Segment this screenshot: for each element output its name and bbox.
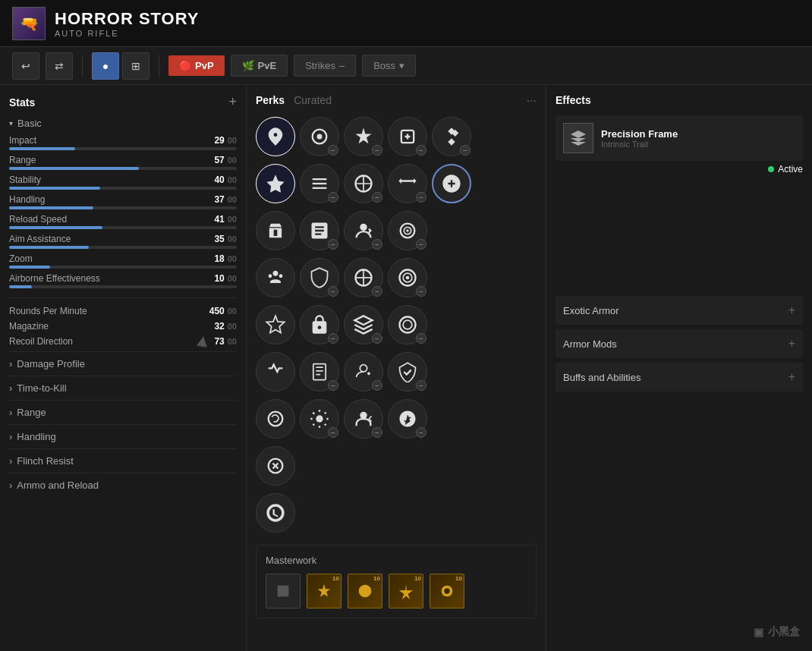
strikes-button[interactable]: Strikes –: [294, 55, 356, 77]
perk-icon-2-5[interactable]: [432, 164, 471, 203]
stat-label-zoom: Zoom: [9, 253, 33, 264]
perk-icon-4-1[interactable]: [256, 258, 295, 297]
active-badge: Active: [768, 164, 803, 175]
masterwork-icons: 10 10 10 10: [266, 574, 527, 609]
stat-bar-fill-aim: [9, 246, 89, 249]
stat-value-airborne: 10 00: [214, 273, 237, 284]
perk-icon-3-4[interactable]: −: [388, 211, 427, 250]
flinch-resist-section[interactable]: › Flinch Resist: [9, 448, 237, 473]
perk-icon-3-1[interactable]: [256, 211, 295, 250]
perk-icon-7-4[interactable]: −: [388, 399, 427, 439]
perk-icon-5-3[interactable]: −: [344, 305, 383, 344]
share-button[interactable]: ⇄: [46, 52, 73, 80]
stat-label-impact: Impact: [9, 135, 36, 146]
perk-icon-1-1[interactable]: [256, 117, 295, 156]
stat-row-zoom: Zoom 18 00: [9, 253, 237, 269]
perk-icon-8-1[interactable]: [256, 446, 295, 486]
mw-icon-4[interactable]: 10: [389, 574, 423, 609]
mw-icon-5[interactable]: 10: [430, 574, 464, 609]
perk-row-2: − − −: [256, 164, 537, 203]
ammo-reload-section[interactable]: › Ammo and Reload: [9, 473, 237, 497]
view-single-button[interactable]: ●: [92, 52, 119, 80]
handling-section[interactable]: › Handling: [9, 424, 237, 448]
perks-header: Perks Curated ···: [256, 94, 537, 108]
perk-icon-5-4[interactable]: −: [388, 305, 427, 344]
view-grid-button[interactable]: ⊞: [122, 52, 149, 80]
stat-label-handling: Handling: [9, 194, 45, 205]
perk-icon-3-2[interactable]: −: [300, 211, 339, 250]
perk-minus-7-4: −: [416, 427, 426, 438]
perk-minus-6-4: −: [416, 380, 426, 391]
effects-panel: Effects Precision Frame Intrinsic Trait …: [546, 85, 812, 651]
perk-icon-1-3[interactable]: −: [344, 117, 383, 156]
perk-icon-6-1[interactable]: [256, 352, 295, 392]
svg-rect-25: [278, 586, 289, 597]
mw-badge-3: 10: [373, 575, 380, 582]
damage-profile-section[interactable]: › Damage Profile: [9, 351, 237, 376]
stat-label-recoil: Recoil Direction: [9, 336, 73, 347]
main-effect-info: Precision Frame Intrinsic Trait: [601, 128, 795, 149]
perk-icon-4-4[interactable]: −: [388, 258, 427, 297]
perk-icon-6-2[interactable]: −: [300, 352, 339, 392]
toolbar-divider: [82, 55, 83, 77]
perk-icon-9-1[interactable]: [256, 493, 295, 533]
perk-icon-5-1[interactable]: [256, 305, 295, 344]
perk-icon-1-4[interactable]: −: [388, 117, 427, 156]
undo-button[interactable]: ↩: [12, 52, 39, 80]
buffs-abilities-section[interactable]: Buffs and Abilities +: [555, 363, 803, 392]
perk-minus-2-4: −: [416, 192, 426, 203]
exotic-armor-section[interactable]: Exotic Armor +: [555, 296, 803, 325]
perk-icon-1-2[interactable]: −: [300, 117, 339, 156]
boss-button[interactable]: Boss ▾: [362, 55, 416, 77]
perk-icon-6-3[interactable]: −: [344, 352, 383, 392]
stats-add-button[interactable]: +: [228, 94, 237, 110]
perk-row-3: − − −: [256, 211, 537, 250]
damage-profile-label: Damage Profile: [17, 358, 85, 370]
stat-bar-bg-aim: [9, 246, 237, 249]
mw-icon-3[interactable]: 10: [348, 574, 382, 609]
stat-value-rpm: 450 00: [209, 306, 237, 316]
pvp-button[interactable]: 🔴 PvP: [168, 55, 225, 76]
perk-icon-4-3[interactable]: −: [344, 258, 383, 297]
perk-minus-2-2: −: [328, 192, 338, 203]
perk-icon-5-2[interactable]: −: [300, 305, 339, 344]
svg-point-21: [269, 412, 283, 426]
toolbar: ↩ ⇄ ● ⊞ 🔴 PvP 🌿 PvE Strikes – Boss ▾: [0, 47, 812, 85]
stat-bar-fill-zoom: [9, 266, 50, 269]
perk-icon-2-4[interactable]: −: [388, 164, 427, 203]
armor-mods-section[interactable]: Armor Mods +: [555, 329, 803, 358]
perk-icon-7-3[interactable]: −: [344, 399, 383, 439]
pve-button[interactable]: 🌿 PvE: [231, 55, 288, 77]
tab-curated[interactable]: Curated: [294, 94, 332, 108]
stat-bar-fill-stability: [9, 187, 100, 190]
tab-perks[interactable]: Perks: [256, 94, 285, 108]
svg-rect-3: [313, 178, 327, 180]
stat-bar-fill-impact: [9, 147, 75, 150]
handling-label: Handling: [17, 431, 55, 442]
stat-row-aim: Aim Assistance 35 00: [9, 234, 237, 249]
toolbar-divider2: [159, 55, 159, 77]
svg-point-17: [400, 317, 416, 333]
perk-icon-2-2[interactable]: −: [300, 164, 339, 203]
mw-icon-2[interactable]: 10: [307, 574, 341, 609]
stat-bar-fill-range: [9, 167, 139, 170]
range-section[interactable]: › Range: [9, 400, 237, 424]
svg-point-16: [406, 276, 410, 280]
perk-icon-2-1[interactable]: [256, 164, 295, 203]
perks-menu-button[interactable]: ···: [527, 94, 537, 108]
perk-icon-1-5[interactable]: −: [432, 117, 471, 156]
stat-bar-bg-impact: [9, 147, 237, 150]
basic-section-toggle[interactable]: ▾ Basic: [9, 118, 237, 129]
perk-icon-3-3[interactable]: −: [344, 211, 383, 250]
stats-panel: Stats + ▾ Basic Impact 29 00 Range: [0, 85, 247, 651]
time-to-kill-section[interactable]: › Time-to-Kill: [9, 376, 237, 400]
stat-value-handling: 37 00: [214, 194, 237, 205]
perk-icon-4-2[interactable]: −: [300, 258, 339, 297]
stat-bar-fill-airborne: [9, 285, 32, 288]
perk-icon-7-1[interactable]: [256, 399, 295, 439]
perk-icon-7-2[interactable]: −: [300, 399, 339, 439]
perk-icon-6-4[interactable]: −: [388, 352, 427, 392]
watermark-text: 小黑盒: [768, 625, 800, 639]
mw-icon-1[interactable]: [266, 574, 301, 609]
perk-icon-2-3[interactable]: −: [344, 164, 383, 203]
